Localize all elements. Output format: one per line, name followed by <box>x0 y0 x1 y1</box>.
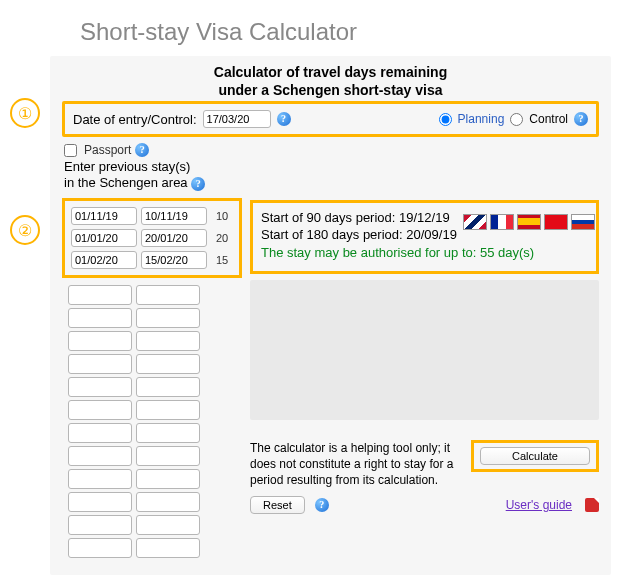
auth-days: 55 day(s) <box>480 245 534 260</box>
stay-to-input[interactable] <box>141 251 207 269</box>
flag-fr-icon[interactable] <box>490 214 514 230</box>
stay-row-empty <box>68 446 242 466</box>
stay-to-input[interactable] <box>141 229 207 247</box>
stay-from-input[interactable] <box>71 229 137 247</box>
pdf-icon[interactable] <box>585 498 599 512</box>
stay-from-input[interactable] <box>68 308 132 328</box>
flag-es-icon[interactable] <box>517 214 541 230</box>
stay-to-input[interactable] <box>136 515 200 535</box>
stay-from-input[interactable] <box>68 538 132 558</box>
annotation-2: ② <box>10 215 40 245</box>
app-header: Calculator of travel days remaining unde… <box>62 64 599 99</box>
stay-from-input[interactable] <box>68 331 132 351</box>
calculator-app: Calculator of travel days remaining unde… <box>50 56 611 575</box>
stay-days: 10 <box>210 206 234 226</box>
header-line-2: under a Schengen short-stay visa <box>62 82 599 100</box>
flag-uk-icon[interactable] <box>463 214 487 230</box>
flag-ru-icon[interactable] <box>571 214 595 230</box>
stay-row-empty <box>68 308 242 328</box>
stay-from-input[interactable] <box>68 423 132 443</box>
stay-to-input[interactable] <box>136 377 200 397</box>
stay-row-empty <box>68 469 242 489</box>
empty-stays-list <box>62 285 242 558</box>
stay-to-input[interactable] <box>136 331 200 351</box>
stay-row-empty <box>68 492 242 512</box>
stay-to-input[interactable] <box>141 207 207 225</box>
stay-row: 15 <box>70 250 234 270</box>
stay-row: 20 <box>70 228 234 248</box>
chart-placeholder <box>250 280 599 420</box>
footer-row: Reset ? User's guide <box>250 496 599 514</box>
reset-button[interactable]: Reset <box>250 496 305 514</box>
p90-label: Start of 90 days period: <box>261 210 399 225</box>
stay-row-empty <box>68 377 242 397</box>
stay-to-input[interactable] <box>136 538 200 558</box>
prev-label-1: Enter previous stay(s) <box>64 159 190 174</box>
users-guide-link[interactable]: User's guide <box>506 498 572 512</box>
stay-from-input[interactable] <box>68 354 132 374</box>
p90-date: 19/12/19 <box>399 210 450 225</box>
stay-to-input[interactable] <box>136 308 200 328</box>
entry-control-row: Date of entry/Control: ? Planning Contro… <box>62 101 599 137</box>
stay-row-empty <box>68 538 242 558</box>
calculate-wrap: Calculate <box>471 440 599 472</box>
passport-row: Passport ? <box>64 143 599 157</box>
stay-days: 20 <box>210 228 234 248</box>
p180-date: 20/09/19 <box>406 227 457 242</box>
mode-planning-label: Planning <box>458 112 505 126</box>
filled-stays-box: 10 20 15 <box>62 198 242 278</box>
passport-label: Passport <box>84 143 131 157</box>
mode-planning-option[interactable]: Planning <box>439 112 505 126</box>
stays-table: 10 20 15 <box>68 204 236 272</box>
stay-from-input[interactable] <box>68 400 132 420</box>
stay-row-empty <box>68 285 242 305</box>
stay-from-input[interactable] <box>68 377 132 397</box>
entry-date-input[interactable] <box>203 110 271 128</box>
disclaimer-text: The calculator is a helping tool only; i… <box>250 440 461 489</box>
stay-to-input[interactable] <box>136 423 200 443</box>
language-flags <box>463 214 595 230</box>
mode-control-label: Control <box>529 112 568 126</box>
stay-from-input[interactable] <box>68 469 132 489</box>
stay-row: 10 <box>70 206 234 226</box>
stay-row-empty <box>68 331 242 351</box>
mode-planning-radio[interactable] <box>439 113 452 126</box>
help-icon[interactable]: ? <box>191 177 205 191</box>
results-column: Start of 90 days period: 19/12/19 Start … <box>250 200 599 515</box>
stay-to-input[interactable] <box>136 446 200 466</box>
stay-from-input[interactable] <box>71 207 137 225</box>
stay-from-input[interactable] <box>68 285 132 305</box>
flag-tr-icon[interactable] <box>544 214 568 230</box>
stay-row-empty <box>68 400 242 420</box>
stay-row-empty <box>68 423 242 443</box>
stay-from-input[interactable] <box>71 251 137 269</box>
help-icon[interactable]: ? <box>135 143 149 157</box>
page-title: Short-stay Visa Calculator <box>80 18 611 46</box>
help-icon[interactable]: ? <box>277 112 291 126</box>
stay-to-input[interactable] <box>136 469 200 489</box>
mode-control-radio[interactable] <box>510 113 523 126</box>
calculate-button[interactable]: Calculate <box>480 447 590 465</box>
help-icon[interactable]: ? <box>315 498 329 512</box>
stay-to-input[interactable] <box>136 400 200 420</box>
passport-checkbox[interactable] <box>64 144 77 157</box>
stay-to-input[interactable] <box>136 285 200 305</box>
result-box: Start of 90 days period: 19/12/19 Start … <box>250 200 599 274</box>
entry-date-label: Date of entry/Control: <box>73 112 197 127</box>
stay-from-input[interactable] <box>68 515 132 535</box>
stay-row-empty <box>68 515 242 535</box>
stays-column: 10 20 15 <box>62 198 242 561</box>
stay-from-input[interactable] <box>68 492 132 512</box>
stay-row-empty <box>68 354 242 374</box>
mode-control-option[interactable]: Control <box>510 112 568 126</box>
help-icon[interactable]: ? <box>574 112 588 126</box>
auth-prefix: The stay may be authorised for up to: <box>261 245 480 260</box>
mode-radio-group: Planning Control ? <box>439 112 588 126</box>
stay-from-input[interactable] <box>68 446 132 466</box>
p180-label: Start of 180 days period: <box>261 227 406 242</box>
stay-to-input[interactable] <box>136 354 200 374</box>
stay-days: 15 <box>210 250 234 270</box>
annotation-1: ① <box>10 98 40 128</box>
previous-stays-label: Enter previous stay(s) in the Schengen a… <box>64 159 599 192</box>
stay-to-input[interactable] <box>136 492 200 512</box>
